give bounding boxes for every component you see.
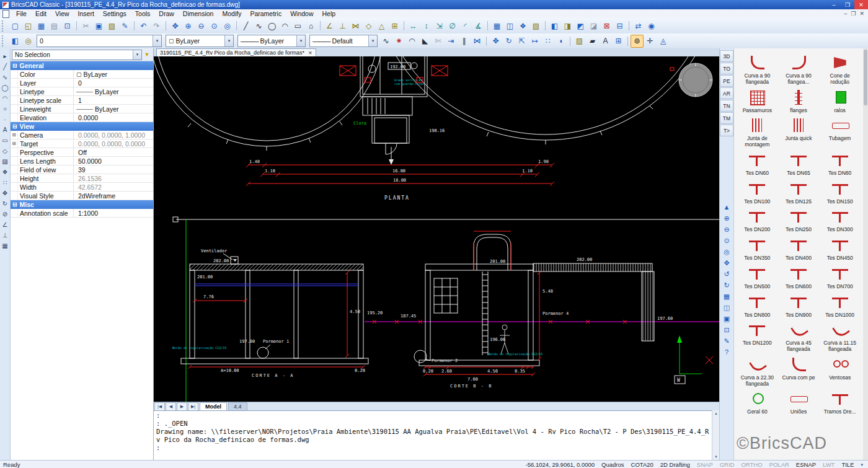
toolbar-grip[interactable]	[2, 20, 7, 32]
palette-item[interactable]: Tes DN400	[778, 236, 820, 262]
menu-item[interactable]: Tools	[131, 9, 155, 18]
palette-item[interactable]: Tes DN80	[819, 151, 861, 177]
save-button[interactable]: ▦	[35, 19, 48, 32]
toolbar-group-button[interactable]: TM	[720, 112, 733, 124]
open-button[interactable]: ◱	[22, 19, 35, 32]
separator[interactable]	[234, 19, 239, 32]
palette-item[interactable]: Curva a 90 flangea...	[778, 53, 820, 86]
palette-item[interactable]: Tes DN150	[819, 179, 861, 205]
separator[interactable]	[131, 19, 137, 32]
mirror-button[interactable]: ◖	[554, 35, 567, 48]
property-row[interactable]: Lens Length 50.0000	[11, 157, 153, 166]
toolbar-group-button[interactable]: TN	[720, 100, 733, 112]
palette-item[interactable]: Tramos Dre...	[819, 389, 861, 415]
sketch-icon[interactable]: ✎	[720, 335, 733, 347]
zoom-window-button[interactable]: ◎	[221, 19, 234, 32]
match-properties-button[interactable]: ✎	[118, 19, 131, 32]
dim-aligned-button[interactable]: ⇲	[433, 19, 446, 32]
render-icon[interactable]: ▣	[720, 313, 733, 324]
linetype-combo[interactable]: ———ByLayer ▾	[237, 35, 306, 47]
line-tool[interactable]: ╱	[0, 61, 10, 72]
palette-item[interactable]: Uniões	[778, 389, 820, 415]
palette-item[interactable]: Tes DN1000	[819, 293, 861, 319]
status-toggle[interactable]: COTA20	[631, 461, 653, 468]
snap-angle-button[interactable]: ∠	[323, 19, 336, 32]
render-button[interactable]: ◉	[645, 19, 658, 32]
lineweight-combo[interactable]: ———Default ▾	[309, 35, 378, 47]
toolbar-grip[interactable]	[2, 35, 7, 46]
polyline-button[interactable]: ∿	[252, 19, 265, 32]
menu-item[interactable]: Dimension	[179, 9, 218, 18]
undo-button[interactable]: ↶	[137, 19, 150, 32]
trim-tool[interactable]: ⊘	[0, 209, 10, 219]
move-button[interactable]: ✥	[489, 35, 502, 48]
filter-button[interactable]: ▼	[142, 51, 152, 58]
zoom-out-icon[interactable]: ⊖	[720, 224, 733, 235]
perpendicular-tool[interactable]: ⊥	[0, 230, 10, 241]
ellipse-tool[interactable]: ○	[0, 104, 10, 114]
toolbar-group-button[interactable]: TO	[720, 63, 733, 74]
rectangle-tool[interactable]: ▭	[0, 135, 10, 146]
palette-item[interactable]: Tes DN450	[819, 236, 861, 262]
palette-item[interactable]: Junta quick	[778, 116, 820, 148]
palette-item[interactable]: Tes DN60	[737, 151, 778, 177]
cut-button[interactable]: ✂	[79, 19, 92, 32]
layer-on-button[interactable]: ◧	[548, 19, 561, 32]
copy-button[interactable]: ▣	[92, 19, 105, 32]
menu-item[interactable]: File	[12, 9, 31, 18]
property-row[interactable]: Annotation scale 1:1000	[11, 209, 153, 218]
new-button[interactable]: ▢	[9, 19, 22, 32]
property-row[interactable]: Linetype ———ByLayer	[11, 87, 153, 96]
esnap-settings-button[interactable]: ⊚	[631, 35, 644, 48]
hatch-button[interactable]: ▧	[529, 19, 542, 32]
palette-item[interactable]: Cone de redução	[819, 53, 861, 86]
circle-tool[interactable]: ◯	[0, 82, 10, 93]
document-tab[interactable]: 3190115_PE_4.4_Rv Pico da Rocha_definica…	[156, 48, 316, 56]
arc-tool[interactable]: ◠	[0, 93, 10, 104]
circle-button[interactable]: ◯	[265, 19, 278, 32]
block-tool[interactable]: ❖	[0, 167, 10, 177]
zoom-in-button[interactable]: ⊕	[182, 19, 195, 32]
close-icon[interactable]: ✕	[308, 50, 312, 56]
help-icon[interactable]: ?	[720, 347, 733, 358]
separator[interactable]	[401, 19, 407, 32]
print-button[interactable]: ▤	[48, 19, 61, 32]
layer-freeze-button[interactable]: ◨	[561, 19, 574, 32]
zoom-in-icon[interactable]: ⊕	[720, 213, 733, 224]
crosshair-button[interactable]: ✛	[644, 35, 657, 48]
property-row[interactable]: Visual Style 2dWireframe	[11, 192, 153, 200]
extend-button[interactable]: ⇥	[445, 35, 458, 48]
status-toggle[interactable]: Quadros	[601, 461, 624, 468]
layout-nav-button[interactable]: |◀	[154, 402, 165, 411]
close-button[interactable]: ✕	[854, 0, 868, 9]
separator[interactable]	[626, 19, 632, 32]
menu-item[interactable]: Settings	[99, 9, 131, 18]
drawing-canvas[interactable]: 192.00 190.16 Clora Grade verificar com …	[154, 56, 719, 402]
separator[interactable]	[317, 19, 323, 32]
polygon-tool[interactable]: ◇	[0, 146, 10, 156]
separator[interactable]	[484, 35, 489, 48]
palette-item[interactable]: Tes DN125	[778, 179, 820, 205]
insert-block-button[interactable]: ❖	[516, 19, 529, 32]
status-menu-icon[interactable]: ▾	[861, 462, 863, 467]
view-forward-icon[interactable]: ↻	[720, 280, 733, 291]
palette-item[interactable]: Curva a 45 flangeada	[778, 320, 820, 353]
palette-item[interactable]: Curva a 11.15 flangeada	[819, 320, 861, 353]
palette-item[interactable]: Tes DN200	[737, 207, 778, 233]
rotate-button[interactable]: ↻	[502, 35, 515, 48]
menu-item[interactable]: Help	[318, 9, 340, 18]
status-toggle[interactable]: 2D Drafting	[660, 461, 690, 468]
join-button[interactable]: ⋈	[471, 35, 484, 48]
status-toggle[interactable]: POLAR	[769, 461, 789, 468]
layers-button[interactable]: ▦	[490, 19, 503, 32]
property-row[interactable]: Width 42.6572	[11, 183, 153, 192]
separator[interactable]	[542, 19, 548, 32]
layout-nav-button[interactable]: ◀	[166, 402, 176, 411]
status-toggle[interactable]: SNAP	[697, 461, 713, 468]
property-row[interactable]: Field of view 39	[11, 166, 153, 174]
toolbar-group-button[interactable]: T>	[720, 125, 733, 136]
palette-item[interactable]: Tes DN500	[737, 264, 778, 290]
separator[interactable]	[625, 35, 631, 48]
palette-item[interactable]: Curva a 90 flangeada	[737, 53, 778, 86]
toolbar-group-button[interactable]: AR	[720, 87, 733, 99]
